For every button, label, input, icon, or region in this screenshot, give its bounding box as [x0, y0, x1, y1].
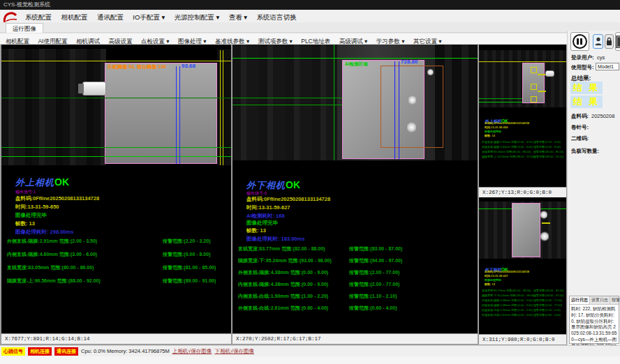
blue-measure-line — [176, 66, 177, 164]
capture-time: 时间:13-31-59-650 — [485, 126, 508, 129]
log-tab-settings[interactable]: 设置日志 — [590, 296, 610, 304]
status-bar: 心跳信号 相机连接 通讯连接 Cpu: 0.0% Memory: 3424.41… — [0, 345, 620, 356]
middle-camera-panel: AI检测区域 728.80 外下相机OK 输出信号:0 盘料码:0Ffline2… — [232, 45, 478, 344]
reel-barcode: 盘料码:0Ffline20250208133134728 — [485, 121, 529, 125]
tiny-label-mark — [542, 222, 550, 224]
yellow-ref-line — [220, 50, 221, 165]
frame-count: 帧数: 13 — [15, 220, 35, 227]
ai-detect-rect — [381, 66, 443, 148]
pixel-readout: X:7677;Y:891;R:14;G:14;B:14 — [1, 333, 231, 344]
model-input[interactable] — [596, 63, 619, 70]
green-ref-line — [334, 45, 334, 160]
cell-region — [105, 63, 217, 164]
pixel-readout: X:270;Y:2502;R:17;G:17;B:17 — [232, 333, 478, 344]
alarm-range: 报警范围:(1.10 - 2.10) — [349, 293, 397, 300]
blue-measure-line — [394, 61, 395, 159]
tab-strip: 运行图像 — [0, 22, 620, 33]
green-measure-line — [1, 98, 231, 98]
metal-glint — [540, 231, 549, 242]
middle-camera-image[interactable]: AI检测区域 728.80 外下相机OK 输出信号:0 盘料码:0Ffline2… — [232, 45, 478, 333]
menu-bar: 系统配置 相机配置 通讯配置 IO手配置 ▾ 光源控制配置 ▾ 查看 ▾ 系统语… — [0, 10, 620, 22]
measure-value: 外侧直线-白线:2.61mm 范围:(0.60 - 4.00) — [238, 305, 328, 312]
alarm-range: 报警范围:(0.00 - 8.00) — [163, 251, 210, 258]
process-status: 图像处理完毕 — [485, 130, 501, 133]
pause-button[interactable] — [570, 32, 589, 51]
detect-box — [531, 67, 537, 73]
log-tab-run[interactable]: 运行日志 — [570, 296, 590, 304]
lock-button[interactable] — [605, 34, 614, 49]
exit-button[interactable] — [615, 32, 620, 51]
result-box-lower: 结 果 — [570, 96, 603, 108]
login-user-label: 登录用户: — [571, 54, 594, 61]
thumbnail-lower-camera[interactable]: 外下相机OK 盘料码:0Ffline20250208133134728 时间:1… — [479, 197, 566, 344]
user-icon — [595, 37, 602, 46]
window-title: CYS-视觉检测系统 — [0, 0, 620, 10]
reel-barcode: 盘料码:0Ffline20250208133134728 — [15, 195, 99, 202]
result-box-upper: 结 果 — [570, 82, 603, 94]
tab-connector-tip — [78, 84, 84, 93]
tiny-label-mark — [538, 91, 546, 92]
result-ok: OK — [286, 179, 300, 190]
login-user-value: cys — [597, 54, 605, 61]
metal-glint — [408, 95, 416, 105]
green-measure-line — [1, 156, 231, 157]
frame-count: 帧数: 13 — [246, 227, 266, 234]
green-measure-line — [479, 102, 522, 103]
camera-link-badge: 相机连接 — [28, 347, 52, 356]
capture-time: 时间:13-31-59-650 — [15, 204, 59, 211]
green-ref-line — [232, 58, 478, 59]
pause-icon — [573, 34, 587, 49]
machinery-texture — [232, 45, 337, 160]
ai-elapsed: AI检测耗时: 168 — [246, 213, 285, 220]
process-status: 图像处理完毕 — [485, 278, 501, 282]
lower-camera-save-link[interactable]: 下相机√保存图像 — [214, 348, 254, 355]
green-measure-line — [479, 98, 522, 99]
reel-barcode: 盘料码:0Ffline20250208133134728 — [246, 196, 330, 203]
process-elapsed: 图像处理耗时: 183.00ms — [246, 236, 304, 243]
heartbeat-badge: 心跳信号 — [1, 347, 25, 356]
thumbnail-upper-camera[interactable]: 外上相机OK 盘料码:0Ffline20250208133134728 时间:1… — [479, 45, 566, 197]
blue-measure-label: 728.80 — [401, 59, 418, 65]
measure-value: 外侧直线-隔膜:2.91mm 范围:(2.00 - 3.50) — [7, 238, 97, 245]
metal-glint — [540, 210, 547, 220]
pixel-readout: X:267;Y:13;R:0;G:0;B:0 — [479, 187, 566, 197]
camera-name: 外下相机 — [246, 180, 286, 190]
log-tabs: 运行日志 设置日志 报警日志 — [570, 296, 619, 305]
blue-measure-line — [399, 61, 399, 159]
main-area: 匹配阈值:93, 吻合阈值:100 93.68 外上相机OK 输出信号:1 盘料… — [0, 45, 567, 345]
ai-region-label: AI检测区域 — [345, 61, 368, 68]
alarm-range: 报警范围:(2.00 - 77.00) — [349, 281, 399, 288]
right-sidebar: 登录用户: cys 使用型号: 总结果: 结 果 结 果 盘料码: 202502… — [567, 31, 620, 345]
tab-run-image[interactable]: 运行图像 — [6, 23, 43, 33]
measure-value: 外侧直线-隔膜:4.38mm 范围:(0.00 - 9.00) — [238, 269, 328, 276]
log-content: 耗时: 222, 缺陷检测耗时: 17, 缺陷分类耗时: 0, 缺陷提取分区耗时… — [570, 305, 619, 350]
measure-value: 隔膜宽度-下:95.24mm 范围:(93.00 - 98.00) — [238, 257, 332, 264]
detect-box — [531, 96, 537, 103]
upper-camera-save-link[interactable]: 上相机√保存图像 — [172, 348, 212, 355]
measure-value: 隔膜宽度-上:90.56mm 范围:(88.00 - 92.00) — [7, 278, 101, 285]
alarm-range: 报警范围:(2.20 - 3.20) — [163, 238, 210, 245]
reel-barcode: 盘料码:0Ffline20250208133134728 — [485, 270, 529, 273]
metal-glint — [427, 68, 434, 76]
needle-number-label: 卷针号: — [571, 124, 589, 131]
yellow-ref-line — [1, 61, 231, 61]
pixel-readout: X:311;Y:980;R:0;G:0;B:0 — [479, 334, 566, 344]
anode-write-count-label: 负极写数量: — [571, 148, 599, 155]
left-camera-image[interactable]: 匹配阈值:93, 吻合阈值:100 93.68 外上相机OK 输出信号:1 盘料… — [1, 45, 231, 333]
model-label: 使用型号: — [571, 64, 594, 71]
result-ok: OK — [54, 176, 69, 188]
alarm-range: 报警范围:(83.00 - 87.00) — [349, 245, 402, 252]
user-button[interactable] — [593, 34, 603, 49]
camera-name: 外上相机 — [15, 177, 54, 188]
green-measure-line — [1, 147, 231, 148]
capture-time: 时间:13-31-59-627 — [246, 204, 290, 211]
measure-value: 内侧直线-隔膜:4.38mm 范围:(0.00 - 9.00) — [238, 281, 328, 288]
blue-measure-label: 93.68 — [182, 63, 195, 69]
lock-icon — [606, 37, 612, 46]
log-tab-alarm[interactable]: 报警日志 — [610, 296, 620, 304]
output-signal: 输出信号:1 — [15, 189, 36, 195]
exit-door-icon — [616, 35, 620, 49]
frame-count: 帧数: 13 — [485, 282, 495, 286]
measure-value: 内侧直线-隔膜:4.60mm 范围:(3.00 - 6.00) — [7, 251, 97, 258]
process-elapsed: 图像处理耗时: 298.00ms — [15, 229, 73, 236]
